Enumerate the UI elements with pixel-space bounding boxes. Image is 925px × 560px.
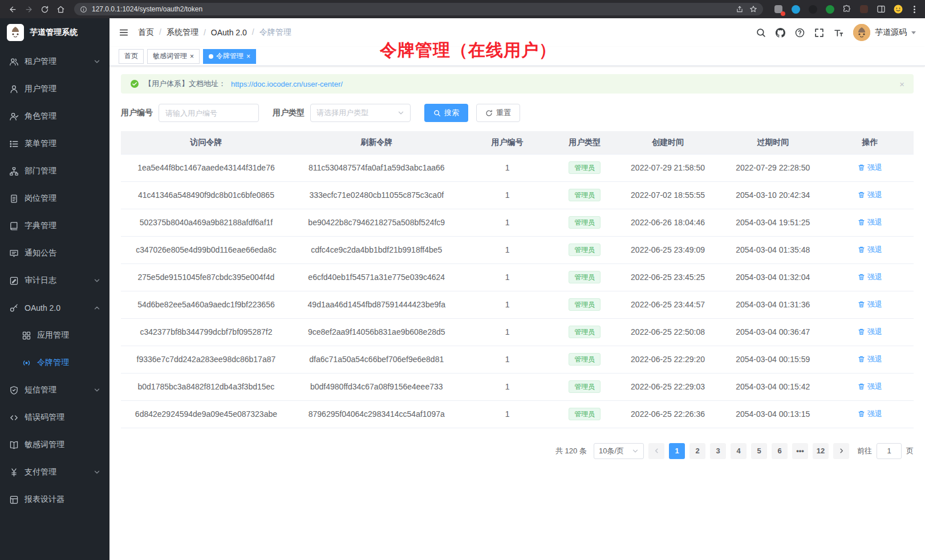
breadcrumb-item[interactable]: 首页 bbox=[138, 27, 154, 38]
sidebar-item-menu[interactable]: 菜单管理 bbox=[0, 130, 109, 157]
page-number-button[interactable]: 6 bbox=[772, 443, 788, 459]
user-menu[interactable]: 芋道源码 bbox=[853, 24, 916, 41]
extension-icon[interactable] bbox=[773, 4, 784, 14]
sidebar-item-errorcode[interactable]: 错误码管理 bbox=[0, 404, 109, 431]
share-icon[interactable] bbox=[736, 5, 744, 13]
prev-page-button[interactable] bbox=[648, 443, 664, 459]
page-number-button[interactable]: 1 bbox=[669, 443, 685, 459]
user-id-input[interactable] bbox=[159, 104, 259, 122]
tenants-icon bbox=[9, 57, 19, 67]
sidebar-item-role[interactable]: 角色管理 bbox=[0, 103, 109, 130]
force-logout-button[interactable]: 强退 bbox=[858, 327, 882, 337]
page-number-button[interactable]: ••• bbox=[792, 443, 808, 459]
page-number-button[interactable]: 5 bbox=[751, 443, 767, 459]
extension-icon[interactable] bbox=[808, 4, 818, 14]
sidebar-item-dict[interactable]: 字典管理 bbox=[0, 212, 109, 240]
access-token-cell: 54d6be82ee5a460a9aedc1f9bf223656 bbox=[121, 291, 291, 318]
sidebar-item-sensitive[interactable]: 敏感词管理 bbox=[0, 431, 109, 458]
browser-menu-icon[interactable] bbox=[909, 6, 919, 13]
sidebar-item-notice[interactable]: 通知公告 bbox=[0, 240, 109, 267]
breadcrumb-item[interactable]: 系统管理 bbox=[154, 27, 198, 38]
bookmark-star-icon[interactable] bbox=[749, 5, 757, 13]
user-id-cell: 1 bbox=[462, 318, 553, 346]
delete-icon bbox=[858, 410, 865, 417]
sidebar-item-oauth-token[interactable]: 令牌管理 bbox=[0, 349, 109, 376]
force-logout-button[interactable]: 强退 bbox=[858, 245, 882, 255]
search-icon[interactable] bbox=[756, 28, 766, 38]
page-number-button[interactable]: 2 bbox=[689, 443, 705, 459]
search-button-label: 搜索 bbox=[444, 108, 459, 118]
search-button[interactable]: 搜索 bbox=[424, 104, 468, 122]
sidebar-item-tenant[interactable]: 租户管理 bbox=[0, 48, 109, 75]
refresh-token-cell: 49d1aa46d1454fbd87591444423be9fa bbox=[291, 291, 462, 318]
user-type-cell: 管理员 bbox=[553, 236, 616, 263]
breadcrumb-item[interactable]: 令牌管理 bbox=[247, 27, 291, 38]
user-type-select[interactable]: 请选择用户类型 bbox=[310, 104, 411, 122]
force-logout-button[interactable]: 强退 bbox=[858, 217, 882, 228]
force-logout-button[interactable]: 强退 bbox=[858, 299, 882, 310]
github-icon[interactable] bbox=[776, 28, 785, 38]
close-icon[interactable] bbox=[246, 53, 250, 60]
sidebar-item-audit[interactable]: 审计日志 bbox=[0, 267, 109, 294]
fullscreen-icon[interactable] bbox=[814, 28, 824, 38]
sidebar-item-user[interactable]: 用户管理 bbox=[0, 75, 109, 103]
puzzle-extensions-icon[interactable] bbox=[842, 4, 852, 14]
site-info-icon[interactable] bbox=[80, 6, 87, 13]
collapse-menu-icon[interactable] bbox=[119, 27, 129, 38]
page-size-select[interactable]: 10条/页 bbox=[594, 443, 644, 459]
user-id-cell: 1 bbox=[462, 346, 553, 373]
sidebar-item-oauth[interactable]: OAuth 2.0 bbox=[0, 294, 109, 322]
app-logo[interactable]: 芋道管理系统 bbox=[0, 18, 109, 47]
refresh-icon bbox=[485, 109, 493, 117]
breadcrumb-item[interactable]: OAuth 2.0 bbox=[198, 28, 247, 37]
page-number-button[interactable]: 12 bbox=[813, 443, 829, 459]
user-type-tag: 管理员 bbox=[569, 380, 601, 393]
browser-profile-avatar[interactable] bbox=[893, 4, 903, 14]
table-row: b0d1785bc3a8482f812db4a3f3bd15ec b0df498… bbox=[121, 373, 914, 400]
expire-time-cell: 2054-03-04 01:32:04 bbox=[719, 263, 826, 291]
sidebar-item-pay[interactable]: 支付管理 bbox=[0, 458, 109, 486]
force-logout-button[interactable]: 强退 bbox=[858, 409, 882, 419]
close-icon[interactable] bbox=[190, 53, 194, 60]
reload-icon[interactable] bbox=[38, 2, 51, 16]
forward-icon[interactable] bbox=[22, 2, 35, 16]
page-number-button[interactable]: 3 bbox=[710, 443, 726, 459]
delete-icon bbox=[858, 218, 865, 226]
view-tab[interactable]: 敏感词管理 bbox=[147, 49, 200, 64]
extension-icon[interactable] bbox=[825, 4, 835, 14]
sidebar-item-oauth-app[interactable]: 应用管理 bbox=[0, 322, 109, 349]
extension-icon[interactable] bbox=[790, 4, 801, 14]
force-logout-button[interactable]: 强退 bbox=[858, 190, 882, 200]
force-logout-button[interactable]: 强退 bbox=[858, 163, 882, 173]
expire-time-cell: 2054-03-04 00:36:47 bbox=[719, 318, 826, 346]
sidebar-item-post[interactable]: 岗位管理 bbox=[0, 185, 109, 212]
force-logout-button[interactable]: 强退 bbox=[858, 354, 882, 364]
help-icon[interactable] bbox=[795, 28, 805, 38]
force-logout-button[interactable]: 强退 bbox=[858, 382, 882, 392]
sidebar-item-report[interactable]: 报表设计器 bbox=[0, 486, 109, 513]
active-dot bbox=[209, 54, 213, 59]
extension-icon[interactable] bbox=[859, 4, 869, 14]
goto-page-input[interactable] bbox=[877, 443, 902, 459]
back-icon[interactable] bbox=[6, 2, 19, 16]
force-logout-label: 强退 bbox=[867, 217, 882, 228]
chevron-down-icon bbox=[632, 448, 639, 455]
close-icon[interactable] bbox=[899, 79, 904, 89]
reset-button-label: 重置 bbox=[496, 108, 511, 118]
view-tab[interactable]: 首页 bbox=[119, 49, 144, 64]
view-tab[interactable]: 令牌管理 bbox=[203, 49, 256, 64]
font-size-icon[interactable] bbox=[834, 28, 843, 38]
refresh-token-cell: cdfc4ce9c2da4bb1bdf21b9918ff4be5 bbox=[291, 236, 462, 263]
home-icon[interactable] bbox=[54, 2, 67, 16]
reset-button[interactable]: 重置 bbox=[476, 104, 520, 122]
sidebar-item-dept[interactable]: 部门管理 bbox=[0, 157, 109, 185]
table-row: 6d842e2924594de9a09e45e087323abe 8796295… bbox=[121, 400, 914, 428]
next-page-button[interactable] bbox=[833, 443, 849, 459]
force-logout-label: 强退 bbox=[867, 354, 882, 364]
force-logout-button[interactable]: 强退 bbox=[858, 272, 882, 282]
doc-link[interactable]: https://doc.iocoder.cn/user-center/ bbox=[231, 80, 343, 88]
split-view-icon[interactable] bbox=[876, 4, 886, 14]
url-bar[interactable]: 127.0.0.1:1024/system/oauth2/token bbox=[74, 3, 763, 15]
sidebar-item-sms[interactable]: 短信管理 bbox=[0, 376, 109, 404]
page-number-button[interactable]: 4 bbox=[731, 443, 747, 459]
